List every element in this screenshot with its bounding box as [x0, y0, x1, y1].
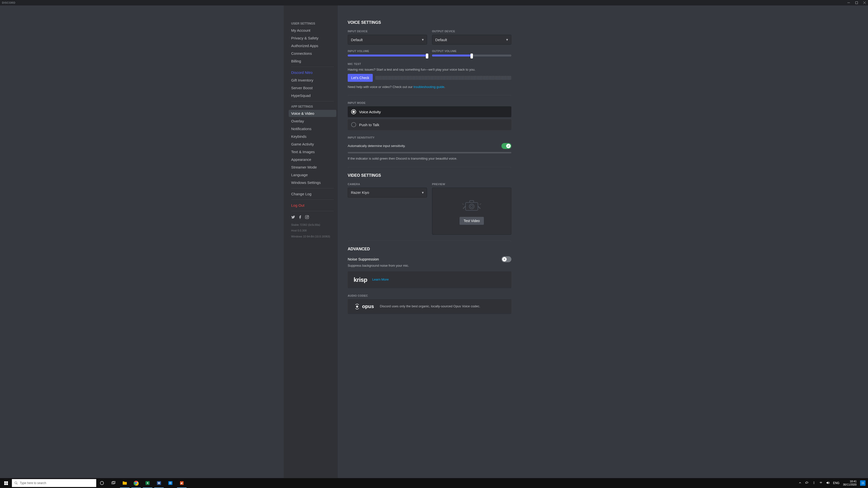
krisp-learn-more-link[interactable]: Learn More — [372, 277, 389, 282]
tray-notifications[interactable]: 15 — [860, 480, 866, 486]
svg-marker-32 — [827, 482, 828, 484]
toggle-knob — [502, 257, 507, 261]
sidebar-item-windows-settings[interactable]: Windows Settings — [289, 179, 336, 186]
audio-codec-label: Audio Codec — [348, 294, 512, 297]
outlook-icon: O — [168, 481, 173, 486]
sidebar-item-gift-inventory[interactable]: Gift Inventory — [289, 76, 336, 84]
tray-usb-icon[interactable] — [812, 481, 816, 485]
search-icon — [14, 481, 18, 485]
window-maximize-button[interactable] — [855, 1, 858, 4]
discord-wordmark: DISCORD — [2, 1, 16, 4]
sidebar-separator — [291, 199, 334, 200]
window-minimize-button[interactable] — [847, 1, 850, 4]
build-info-host: Host 0.0.308 — [289, 228, 336, 233]
snip-taskbar[interactable] — [176, 478, 187, 488]
camera-label: Camera — [348, 183, 427, 186]
sidebar-item-discord-nitro[interactable]: Discord Nitro — [289, 69, 336, 76]
excel-icon: X — [145, 481, 150, 486]
slider-thumb[interactable] — [426, 54, 428, 59]
input-mode-voice-activity[interactable]: Voice Activity — [348, 106, 512, 117]
output-volume-slider[interactable] — [432, 55, 512, 57]
chrome-taskbar[interactable] — [130, 478, 142, 488]
start-button[interactable] — [0, 478, 12, 488]
sidebar-item-server-boost[interactable]: Server Boost — [289, 84, 336, 92]
lets-check-button[interactable]: Let's Check — [348, 74, 373, 82]
input-mode-push-to-talk[interactable]: Push to Talk — [348, 119, 512, 130]
auto-sensitivity-toggle[interactable] — [501, 143, 512, 149]
settings-sidebar: User Settings My Account Privacy & Safet… — [284, 5, 338, 478]
snip-icon — [179, 481, 184, 486]
input-volume-slider[interactable] — [348, 55, 427, 57]
sidebar-item-connections[interactable]: Connections — [289, 50, 336, 57]
twitter-icon[interactable] — [291, 215, 295, 220]
file-explorer-taskbar[interactable] — [119, 478, 130, 488]
instagram-icon[interactable] — [305, 215, 309, 220]
sidebar-item-notifications[interactable]: Notifications — [289, 125, 336, 132]
sidebar-separator — [291, 211, 334, 211]
tray-wifi-icon[interactable] — [819, 481, 823, 485]
krisp-card: krisp Learn More — [348, 271, 512, 288]
input-sensitivity-label: Input Sensitivity — [348, 136, 512, 139]
sidebar-item-appearance[interactable]: Appearance — [289, 156, 336, 163]
facebook-icon[interactable] — [298, 215, 302, 220]
output-volume-label: Output Volume — [432, 50, 512, 53]
word-taskbar[interactable]: W — [153, 478, 165, 488]
taskbar-search[interactable]: Type here to search — [12, 479, 96, 487]
tray-onedrive-icon[interactable] — [805, 481, 809, 485]
svg-point-22 — [135, 482, 137, 484]
camera-select[interactable]: Razer Kiyo ▾ — [348, 188, 427, 198]
opus-wordmark: opus — [362, 303, 374, 309]
output-device-value: Default — [435, 38, 447, 42]
sidebar-item-change-log[interactable]: Change Log — [289, 190, 336, 198]
test-video-button[interactable]: Test Video — [460, 217, 484, 225]
divider — [348, 167, 512, 167]
svg-rect-31 — [814, 482, 814, 484]
svg-text:O: O — [169, 482, 172, 485]
svg-point-18 — [100, 481, 104, 485]
sidebar-item-hypesquad[interactable]: HypeSquad — [289, 92, 336, 99]
chevron-down-icon: ▾ — [506, 37, 508, 42]
tray-volume-icon[interactable] — [826, 481, 830, 485]
x-icon — [503, 258, 506, 260]
sidebar-item-language[interactable]: Language — [289, 171, 336, 178]
windows-icon — [4, 481, 8, 485]
output-device-select[interactable]: Default ▾ — [432, 35, 512, 44]
sidebar-item-streamer-mode[interactable]: Streamer Mode — [289, 164, 336, 171]
radio-label: Push to Talk — [359, 123, 379, 127]
sidebar-item-authorized-apps[interactable]: Authorized Apps — [289, 42, 336, 49]
outlook-taskbar[interactable]: O — [165, 478, 176, 488]
task-view-button[interactable] — [107, 478, 119, 488]
sidebar-item-privacy-safety[interactable]: Privacy & Safety — [289, 34, 336, 42]
noise-suppression-description: Suppress background noise from your mic. — [348, 264, 512, 267]
radio-icon — [351, 122, 356, 127]
sidebar-item-game-activity[interactable]: Game Activity — [289, 140, 336, 148]
sidebar-item-text-images[interactable]: Text & Images — [289, 148, 336, 155]
tray-language[interactable]: ENG — [833, 481, 839, 485]
cortana-button[interactable] — [96, 478, 107, 488]
svg-rect-19 — [112, 482, 114, 484]
svg-rect-12 — [470, 200, 474, 202]
camera-icon — [459, 198, 484, 213]
sidebar-item-my-account[interactable]: My Account — [289, 27, 336, 34]
input-device-select[interactable]: Default ▾ — [348, 35, 427, 44]
build-info-stable: Stable 72382 (0c5c30a) — [289, 222, 336, 228]
toggle-knob — [506, 144, 510, 148]
input-device-label: Input Device — [348, 30, 427, 33]
troubleshooting-guide-link[interactable]: troubleshooting guide — [413, 85, 444, 89]
tray-chevron-up-icon[interactable] — [798, 481, 802, 485]
excel-taskbar[interactable]: X — [142, 478, 153, 488]
noise-suppression-toggle[interactable] — [501, 256, 512, 262]
windows-taskbar: Type here to search X W O ENG 18:41 30/1… — [0, 478, 868, 488]
sidebar-item-log-out[interactable]: Log Out — [289, 202, 336, 209]
sidebar-item-billing[interactable]: Billing — [289, 58, 336, 65]
sidebar-item-overlay[interactable]: Overlay — [289, 118, 336, 125]
tray-clock[interactable]: 18:41 30/11/2020 — [843, 480, 857, 486]
window-close-button[interactable] — [863, 1, 866, 4]
build-info-os: Windows 10 64-Bit (10.0.18363) — [289, 234, 336, 239]
sidebar-item-keybinds[interactable]: Keybinds — [289, 133, 336, 140]
svg-text:W: W — [158, 482, 160, 485]
preview-label: Preview — [432, 183, 512, 186]
slider-thumb[interactable] — [470, 54, 473, 59]
svg-text:X: X — [147, 482, 149, 485]
sidebar-item-voice-video[interactable]: Voice & Video — [289, 110, 336, 117]
